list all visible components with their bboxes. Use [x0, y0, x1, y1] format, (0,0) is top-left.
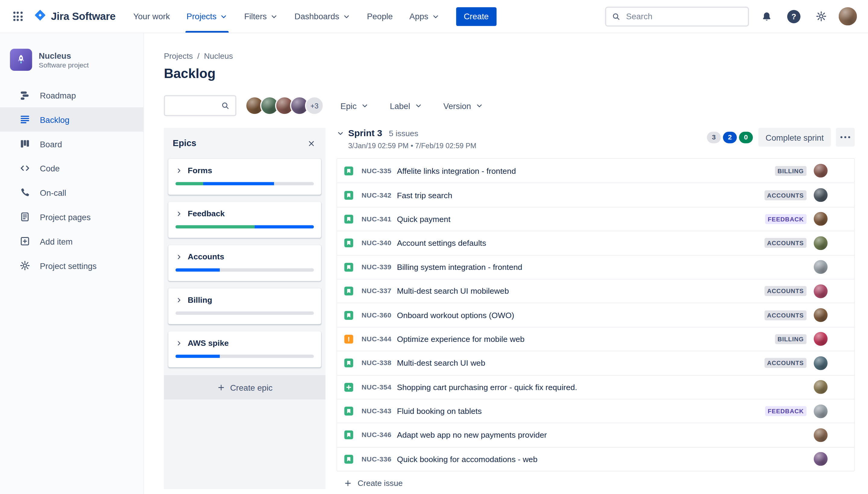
- help-icon[interactable]: ?: [784, 7, 803, 25]
- issue-summary: Multi-dest search UI mobileweb: [397, 287, 758, 296]
- sprint-collapse-icon[interactable]: [337, 129, 345, 137]
- assignee-avatar[interactable]: [814, 332, 828, 346]
- assignee-avatar[interactable]: [814, 356, 828, 370]
- avatar-overflow-badge[interactable]: +3: [305, 96, 324, 115]
- backlog-search[interactable]: [164, 95, 237, 116]
- breadcrumb-link-nucleus[interactable]: Nucleus: [204, 52, 233, 60]
- plus-icon: [344, 479, 352, 487]
- help-glyph: ?: [787, 10, 800, 23]
- chevron-down-icon: [476, 102, 483, 110]
- sprint-name[interactable]: Sprint 3: [348, 128, 382, 138]
- label-filter-dropdown[interactable]: Label: [389, 99, 423, 113]
- assignee-avatar[interactable]: [814, 260, 828, 274]
- sidebar-item-project-settings[interactable]: Project settings: [0, 253, 144, 278]
- story-type-icon: [344, 166, 353, 175]
- chevron-right-icon[interactable]: [176, 167, 183, 174]
- nav-item-people[interactable]: People: [367, 0, 393, 33]
- assignee-avatar[interactable]: [814, 380, 828, 394]
- jira-logo[interactable]: Jira Software: [33, 8, 115, 24]
- epic-card-aws-spike[interactable]: AWS spike: [168, 331, 321, 367]
- chevron-right-icon[interactable]: [176, 253, 183, 260]
- main-content: Projects/Nucleus Backlog +3 EpicLabelVer…: [144, 33, 868, 494]
- issue-row[interactable]: NUC-342Fast trip searchACCOUNTS: [337, 183, 854, 207]
- assignee-avatar[interactable]: [814, 236, 828, 250]
- global-search-input[interactable]: [625, 11, 742, 22]
- assignee-avatar[interactable]: [814, 164, 828, 178]
- issue-row[interactable]: NUC-337Multi-dest search UI mobilewebACC…: [337, 279, 854, 303]
- nav-item-dashboards[interactable]: Dashboards: [294, 0, 350, 33]
- epics-panel: Epics FormsFeedbackAccountsBillingAWS sp…: [164, 128, 326, 489]
- chevron-right-icon[interactable]: [176, 340, 183, 347]
- epic-progress-bar: [176, 182, 314, 185]
- epic-card-billing[interactable]: Billing: [168, 288, 321, 324]
- add-item-icon: [19, 235, 31, 247]
- nav-item-projects[interactable]: Projects: [187, 0, 227, 33]
- sidebar-item-roadmap[interactable]: Roadmap: [0, 83, 144, 108]
- issue-row[interactable]: NUC-339Billing system integration - fron…: [337, 255, 854, 279]
- assignee-avatar[interactable]: [814, 404, 828, 418]
- sidebar-item-on-call[interactable]: On-call: [0, 180, 144, 205]
- create-epic-button[interactable]: Create epic: [164, 375, 326, 399]
- breadcrumb-separator: /: [198, 52, 200, 60]
- epic-card-accounts[interactable]: Accounts: [168, 245, 321, 281]
- grid-dots-icon: [13, 12, 22, 21]
- app-switcher-icon[interactable]: [9, 7, 26, 25]
- epic-card-feedback[interactable]: Feedback: [168, 202, 321, 238]
- issue-key: NUC-354: [362, 383, 397, 391]
- project-type: Software project: [39, 61, 89, 69]
- nav-item-filters[interactable]: Filters: [244, 0, 278, 33]
- assignee-avatar[interactable]: [814, 452, 828, 466]
- notifications-icon[interactable]: [757, 7, 776, 25]
- issue-row[interactable]: NUC-346Adapt web app no new payments pro…: [337, 423, 854, 447]
- issue-row[interactable]: NUC-340Account settings defaultsACCOUNTS: [337, 231, 854, 255]
- sidebar-item-add-item[interactable]: Add item: [0, 229, 144, 253]
- assignee-avatar[interactable]: [814, 212, 828, 226]
- complete-sprint-button[interactable]: Complete sprint: [758, 128, 831, 146]
- assignee-avatar[interactable]: [814, 308, 828, 322]
- nav-item-label: Projects: [187, 12, 217, 21]
- issue-row[interactable]: NUC-354Shopping cart purchasing error - …: [337, 375, 854, 399]
- jira-backlog-page: Jira Software Your workProjectsFiltersDa…: [0, 0, 868, 494]
- issue-row[interactable]: NUC-336Quick booking for accomodations -…: [337, 447, 854, 471]
- issue-key: NUC-344: [362, 335, 397, 343]
- create-button[interactable]: Create: [456, 7, 496, 25]
- issue-row[interactable]: NUC-341Quick paymentFEEDBACK: [337, 207, 854, 231]
- issue-row[interactable]: NUC-335Affelite links integration - fron…: [337, 159, 854, 183]
- epic-filter-dropdown[interactable]: Epic: [339, 99, 370, 113]
- issue-row[interactable]: NUC-344Optimize experience for mobile we…: [337, 327, 854, 351]
- epic-progress-bar: [176, 268, 314, 272]
- issue-row[interactable]: NUC-343Fluid booking on tabletsFEEDBACK: [337, 399, 854, 423]
- progress-segment-blue: [176, 355, 220, 358]
- backlog-search-input[interactable]: [171, 101, 221, 111]
- issue-summary: Quick booking for accomodations - web: [397, 455, 807, 463]
- assignee-avatar[interactable]: [814, 428, 828, 442]
- sidebar-item-board[interactable]: Board: [0, 132, 144, 156]
- settings-icon[interactable]: [812, 7, 830, 25]
- epic-card-forms[interactable]: Forms: [168, 159, 321, 195]
- sidebar-item-label: Backlog: [40, 115, 69, 124]
- sidebar-item-project-pages[interactable]: Project pages: [0, 205, 144, 229]
- chevron-right-icon[interactable]: [176, 297, 183, 304]
- nav-item-label: Filters: [244, 12, 267, 21]
- assignee-avatar[interactable]: [814, 284, 828, 298]
- epic-label-badge: ACCOUNTS: [764, 238, 807, 248]
- issue-row[interactable]: NUC-338Multi-dest search UI webACCOUNTS: [337, 351, 854, 375]
- assignee-avatar[interactable]: [814, 188, 828, 202]
- create-issue-button[interactable]: Create issue: [337, 471, 855, 487]
- nav-item-your-work[interactable]: Your work: [133, 0, 170, 33]
- breadcrumb-link-projects[interactable]: Projects: [164, 52, 193, 60]
- epic-label-badge: FEEDBACK: [765, 406, 807, 416]
- epic-label-badge: ACCOUNTS: [764, 190, 807, 200]
- nav-item-apps[interactable]: Apps: [409, 0, 439, 33]
- version-filter-dropdown[interactable]: Version: [442, 99, 484, 113]
- sprint-more-button[interactable]: [836, 128, 854, 146]
- sidebar-item-code[interactable]: Code: [0, 156, 144, 180]
- close-icon[interactable]: [303, 136, 319, 151]
- global-search[interactable]: [605, 6, 749, 26]
- issue-row[interactable]: NUC-360Onboard workout options (OWO)ACCO…: [337, 303, 854, 327]
- user-avatar[interactable]: [839, 7, 857, 25]
- chevron-right-icon[interactable]: [176, 210, 183, 217]
- epic-progress-bar: [176, 355, 314, 358]
- sidebar-item-backlog[interactable]: Backlog: [0, 107, 144, 132]
- epic-progress-bar: [176, 311, 314, 315]
